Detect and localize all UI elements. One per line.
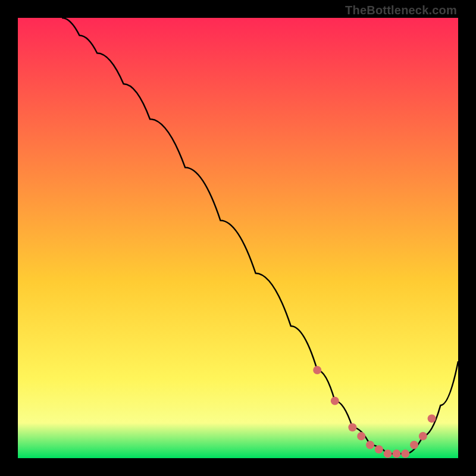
sweet-spot-dots <box>313 366 436 458</box>
sweet-spot-dot <box>384 450 392 458</box>
sweet-spot-dot <box>428 414 436 422</box>
outer-frame: TheBottleneck.com <box>0 0 476 476</box>
attribution-text: TheBottleneck.com <box>345 4 457 17</box>
sweet-spot-dot <box>375 445 383 453</box>
sweet-spot-dot <box>348 423 356 431</box>
sweet-spot-dot <box>331 397 339 405</box>
gradient-plot-area <box>18 18 458 458</box>
sweet-spot-dot <box>357 432 365 440</box>
sweet-spot-dot <box>410 441 418 449</box>
sweet-spot-dot <box>419 432 427 440</box>
sweet-spot-dot <box>313 366 321 374</box>
chart-svg <box>18 18 458 458</box>
sweet-spot-dot <box>401 450 409 458</box>
sweet-spot-dot <box>366 441 374 449</box>
sweet-spot-dot <box>392 450 400 458</box>
bottleneck-curve <box>62 18 458 454</box>
